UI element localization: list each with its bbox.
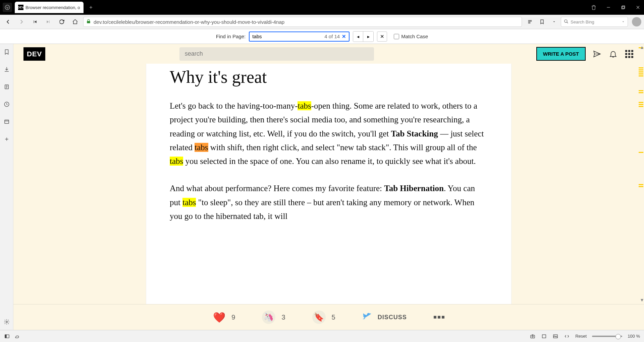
notifications-icon[interactable] (608, 49, 618, 59)
tab-favicon: DEV (18, 5, 23, 10)
panel-window-icon[interactable] (3, 118, 11, 126)
reader-view-icon[interactable] (525, 16, 535, 27)
search-highlight-current: tabs (195, 143, 208, 152)
panel-bookmarks-icon[interactable] (3, 48, 11, 56)
panel-notes-icon[interactable] (3, 83, 11, 91)
search-engine-bar[interactable]: Search Bing (561, 17, 628, 27)
images-icon[interactable] (552, 333, 558, 339)
bookmark-dropdown-icon[interactable] (549, 16, 559, 27)
svg-point-4 (565, 19, 567, 22)
back-button[interactable] (3, 16, 13, 27)
search-icon (564, 19, 569, 25)
zoom-reset-button[interactable]: Reset (575, 334, 587, 339)
search-markers (638, 44, 644, 330)
scrollbar-up[interactable]: ▴ (641, 44, 643, 50)
panel-toggle-icon[interactable] (4, 333, 10, 339)
bookmark-emoji-icon: 🔖 (312, 310, 326, 324)
reaction-heart[interactable]: ❤️ 9 (213, 311, 235, 323)
twitter-icon (362, 312, 372, 323)
svg-point-8 (6, 321, 7, 323)
window-close-button[interactable] (635, 4, 641, 11)
discuss-label: DISCUSS (378, 314, 407, 321)
content-area: DEV WRITE A POST Why it's great Let's go… (0, 44, 644, 330)
find-in-page-bar: Find in Page: 4 of 14 ✕ ◂ ▸ ✕ Match Case (0, 29, 644, 44)
article-paragraph-1: Let's go back to the having-too-many-tab… (170, 99, 488, 168)
article: Why it's great Let's go back to the havi… (146, 64, 512, 304)
bookmark-icon[interactable] (537, 16, 547, 27)
zoom-slider[interactable] (592, 336, 622, 337)
find-clear-button[interactable]: ✕ (342, 34, 346, 40)
browser-tab[interactable]: DEV Browser recommendation, o (15, 2, 84, 13)
connect-icon[interactable] (592, 49, 602, 59)
article-heading: Why it's great (170, 67, 488, 87)
reaction-bookmark[interactable]: 🔖 5 (312, 310, 335, 324)
svg-point-0 (5, 5, 10, 10)
window-maximize-button[interactable] (620, 4, 627, 11)
trash-icon[interactable] (590, 4, 597, 11)
window-minimize-button[interactable] (605, 4, 612, 11)
match-case-label: Match Case (401, 34, 428, 39)
panel-downloads-icon[interactable] (3, 65, 11, 73)
new-tab-button[interactable] (86, 3, 96, 12)
search-highlight: tabs (182, 198, 196, 207)
fast-forward-button[interactable] (43, 16, 54, 27)
svg-rect-11 (531, 335, 535, 338)
unicorn-icon: 🦄 (262, 310, 275, 324)
heart-icon: ❤️ (213, 311, 225, 323)
reload-button[interactable] (56, 16, 67, 27)
zoom-value: 100 % (628, 334, 640, 339)
svg-rect-7 (5, 120, 9, 124)
reaction-count: 5 (332, 314, 335, 321)
url-text: dev.to/cecilelebleu/browser-recommendati… (94, 19, 284, 25)
svg-rect-1 (607, 7, 610, 7)
tab-title: Browser recommendation, o (25, 5, 80, 10)
svg-rect-3 (622, 6, 624, 9)
find-count: 4 of 14 (324, 34, 340, 39)
find-next-button[interactable]: ▸ (363, 32, 373, 42)
more-options-icon[interactable] (434, 316, 444, 319)
find-input[interactable] (252, 34, 324, 39)
dev-logo[interactable]: DEV (23, 47, 45, 61)
svg-rect-13 (542, 335, 546, 338)
reaction-unicorn[interactable]: 🦄 3 (262, 310, 285, 324)
page-actions-icon[interactable] (564, 333, 570, 339)
svg-rect-2 (622, 6, 625, 8)
reaction-count: 9 (231, 314, 235, 321)
find-input-wrapper[interactable]: 4 of 14 ✕ (249, 32, 350, 42)
scrollbar-down[interactable]: ▾ (641, 297, 643, 303)
window-titlebar: DEV Browser recommendation, o (0, 0, 644, 15)
panel-add-icon[interactable] (3, 135, 11, 143)
url-bar[interactable]: dev.to/cecilelebleu/browser-recommendati… (83, 17, 522, 27)
forward-button[interactable] (16, 16, 27, 27)
profile-avatar[interactable] (632, 17, 641, 26)
reaction-count: 3 (281, 314, 285, 321)
sync-icon[interactable] (14, 333, 20, 339)
panel-settings-icon[interactable] (3, 318, 11, 326)
svg-rect-10 (5, 335, 6, 338)
lock-icon (86, 19, 91, 25)
search-dropdown-icon[interactable] (622, 19, 625, 24)
match-case-checkbox[interactable] (394, 34, 399, 39)
home-button[interactable] (70, 16, 80, 27)
find-prev-button[interactable]: ◂ (353, 32, 363, 42)
panel-history-icon[interactable] (3, 100, 11, 108)
page-viewport: DEV WRITE A POST Why it's great Let's go… (13, 44, 644, 330)
rewind-button[interactable] (30, 16, 40, 27)
status-bar: Reset 100 % (0, 330, 644, 342)
vivaldi-menu-icon[interactable] (3, 3, 12, 12)
article-container: Why it's great Let's go back to the havi… (13, 64, 644, 304)
discuss-button[interactable]: DISCUSS (362, 312, 407, 323)
capture-icon[interactable] (530, 333, 536, 339)
match-case-toggle[interactable]: Match Case (394, 34, 428, 39)
search-placeholder: Search Bing (571, 19, 594, 24)
browser-toolbar: dev.to/cecilelebleu/browser-recommendati… (0, 15, 644, 29)
find-label: Find in Page: (216, 34, 246, 39)
find-close-button[interactable]: ✕ (377, 32, 387, 42)
search-highlight: tabs (298, 101, 311, 110)
search-highlight: tabs (170, 157, 183, 166)
menu-grid-icon[interactable] (625, 49, 634, 59)
dev-search-input[interactable] (179, 47, 374, 61)
reactions-bar: ❤️ 9 🦄 3 🔖 5 DISCUSS (13, 304, 644, 330)
tiling-icon[interactable] (541, 333, 547, 339)
write-post-button[interactable]: WRITE A POST (536, 47, 586, 61)
